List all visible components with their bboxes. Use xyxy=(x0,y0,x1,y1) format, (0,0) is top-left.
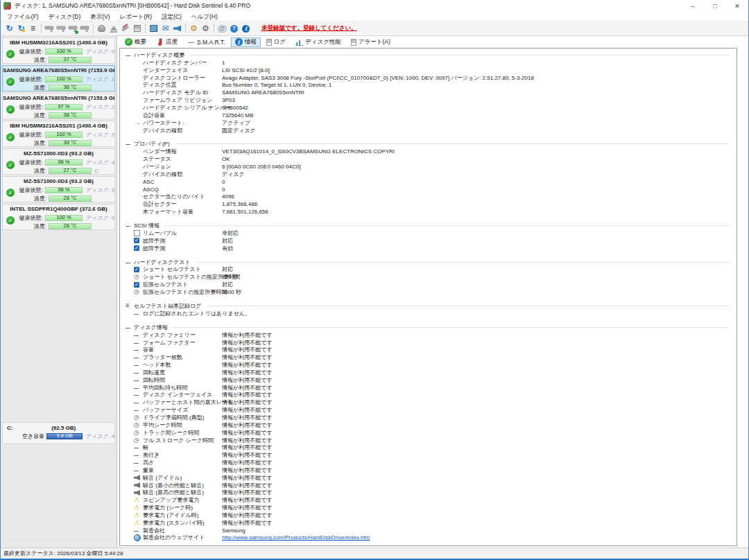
health-row: 健康状態:98 %ディスク: 5 xyxy=(3,186,114,194)
info-label: 製造会社 xyxy=(143,527,165,534)
info-row: バッファーサイズ情報が利用不能です xyxy=(126,406,732,414)
temperature-label: 温度: xyxy=(16,222,46,230)
health-row: 健康状態:98 %ディスク: 4 xyxy=(3,158,114,166)
info-row: 拡張セルフテストの推定所要時間3600 秒 xyxy=(126,288,732,296)
disk-title: MZ-5S71000-0D3 (93.2 GB) xyxy=(3,150,114,158)
info-value: 120 秒 xyxy=(222,273,239,281)
disk-model: MZ-5S71000-0D3 xyxy=(24,178,68,184)
announce-icon xyxy=(173,26,181,32)
disk-control-1-button[interactable] xyxy=(96,22,107,35)
tab-overview[interactable]: 概要 xyxy=(121,37,150,47)
detect-2-icon xyxy=(57,25,66,33)
help-button[interactable] xyxy=(228,22,240,35)
menu-item-report[interactable]: レポート(R) xyxy=(115,12,157,21)
info-label: バージョン xyxy=(143,163,171,170)
section-rule xyxy=(165,225,730,226)
register-button[interactable] xyxy=(216,22,228,35)
disk-control-3-button[interactable] xyxy=(119,22,131,35)
health-ok-icon xyxy=(6,50,15,58)
info-label: ハードディスク モデル ID xyxy=(143,89,208,96)
disk-control-1-icon xyxy=(98,25,105,32)
tab-performance[interactable]: ディスク性能 xyxy=(291,37,345,47)
checkbox-checked-icon xyxy=(134,282,143,288)
disk-title: SAMSUNG AREA7680S5xnNTRI (7153.9 GB) xyxy=(3,94,114,103)
maximize-button[interactable]: □ xyxy=(704,0,726,12)
info-row: 未フォーマット容量7,681,501,126,656 xyxy=(126,208,732,216)
disk-control-4-button[interactable] xyxy=(131,22,143,35)
info-row: 平均回転待ち時間情報が利用不能です xyxy=(126,384,732,392)
health-ok-icon xyxy=(6,133,15,141)
info-value: 情報が利用不能です xyxy=(222,331,273,339)
section-properties: プロパティ(P)ベンダー情報VET303AQ161014_0_SS0CV3BSA… xyxy=(126,140,732,216)
info-label: 製造会社のウェブサイト xyxy=(143,534,205,541)
disk-item-3[interactable]: IBM HUSMM3216ASS201 (1490.4 GB)健康状態:100 … xyxy=(2,121,115,147)
toolbar-separator xyxy=(93,24,94,33)
menu-item-config[interactable]: 設定(C) xyxy=(157,12,187,21)
tab-information[interactable]: 情報 xyxy=(231,37,261,47)
info-row: 幅情報が利用不能です xyxy=(126,444,732,451)
about-button[interactable] xyxy=(240,22,252,35)
info-value: 対応 xyxy=(222,265,233,273)
temperature-tab-icon xyxy=(156,38,164,46)
detect-4-icon xyxy=(80,25,89,33)
disk-model: MZ-5S71000-0D3 xyxy=(24,150,68,157)
free-space-label: 空き容量 xyxy=(16,432,44,440)
disk-capacity: (7153.9 GB) xyxy=(88,67,114,73)
tab-alerts[interactable]: アラート(A) xyxy=(347,37,395,47)
disk-control-2-button[interactable] xyxy=(107,22,119,35)
tab-log[interactable]: ログ xyxy=(262,37,290,47)
section-header: セルフテスト結果記録ログ xyxy=(126,302,732,310)
refresh-button[interactable] xyxy=(3,22,15,35)
overview-tab-icon xyxy=(125,38,132,46)
disk-number-label: ディスク: 5 xyxy=(85,186,114,194)
menu-bar: ファイル(F)ディスク(D)表示(V)レポート(R)設定(C)ヘルプ(H) xyxy=(1,12,748,21)
info-row: ログに記録されたエントリはありません。 xyxy=(126,310,732,317)
section-rule xyxy=(190,55,730,55)
disk-item-4[interactable]: MZ-5S71000-0D3 (93.2 GB)健康状態:98 %ディスク: 4… xyxy=(2,148,115,175)
disk-item-1[interactable]: SAMSUNG AREA7680S5xnNTRI (7153.9 GB)健康状態… xyxy=(2,65,115,91)
info-row: 奥行き情報が利用不能です xyxy=(126,451,732,459)
section-header: プロパティ(P) xyxy=(126,140,732,148)
settings-button[interactable] xyxy=(188,22,200,35)
disk-number-label: ディスク: 2 xyxy=(85,103,114,111)
health-row: 健康状態:100 %ディスク: 0 xyxy=(3,47,114,55)
info-label: セクター当たりのバイト xyxy=(143,193,205,200)
rescan-button[interactable] xyxy=(15,22,27,35)
website-link[interactable]: http://www.samsung.com/Products/HardDisk… xyxy=(222,534,370,541)
send-mail-button[interactable] xyxy=(160,22,171,35)
menu-item-view[interactable]: 表示(V) xyxy=(85,12,114,21)
menu-item-help[interactable]: ヘルプ(H) xyxy=(187,12,223,21)
detect-1-button[interactable] xyxy=(44,22,55,35)
info-value: 情報が利用不能です xyxy=(222,339,273,347)
view-details-button[interactable] xyxy=(27,22,39,35)
info-row: 重量情報が利用不能です xyxy=(126,466,732,474)
disk-control-2-icon xyxy=(110,26,117,30)
menu-item-disk[interactable]: ディスク(D) xyxy=(44,12,86,21)
info-value: 情報が利用不能です xyxy=(222,519,273,527)
disk-item-2[interactable]: SAMSUNG AREA7680S5xnNTRI (7153.9 GB)健康状態… xyxy=(2,93,115,119)
disk-item-5[interactable]: MZ-5S71000-0D3 (93.2 GB)健康状態:98 %ディスク: 5… xyxy=(2,176,115,202)
status-bar: 最終更新ステータス: 2026/03/13 金曜日 5:44:28 xyxy=(1,548,748,559)
minimize-button[interactable]: – xyxy=(682,0,704,12)
disk-item-0[interactable]: IBM HUSMM3216ASS201 (1490.4 GB)健康状態:100 … xyxy=(2,37,115,64)
detect-4-button[interactable] xyxy=(79,22,91,35)
disk-item-6[interactable]: INTEL SSDPFR1Q400GBF (372.6 GB)健康状態:100 … xyxy=(2,204,115,230)
menu-item-file[interactable]: ファイル(F) xyxy=(2,12,44,21)
tab-smart[interactable]: S.M.A.R.T. xyxy=(183,37,230,47)
tab-temperature[interactable]: 温度 xyxy=(152,37,182,47)
partition-item[interactable]: C: (92.5 GB) 空き容量 9.8 GB ディスク: 4 xyxy=(2,422,115,444)
surface-test-button[interactable] xyxy=(148,22,160,35)
info-value: 情報が利用不能です xyxy=(222,504,273,511)
disk-model: IBM HUSMM3216ASS201 xyxy=(10,123,76,129)
disk-number-label: ディスク: 4 xyxy=(85,159,114,166)
detect-2-button[interactable] xyxy=(55,22,67,35)
warning-icon xyxy=(134,520,143,526)
collapse-icon xyxy=(126,325,134,330)
detect-3-button[interactable] xyxy=(67,22,79,35)
info-value: 情報が利用不能です xyxy=(222,489,273,496)
health-label: 健康状態: xyxy=(16,76,43,83)
advanced-settings-button[interactable] xyxy=(200,22,212,35)
announce-button[interactable] xyxy=(171,22,183,35)
speaker-icon xyxy=(134,490,143,496)
close-button[interactable]: ✕ xyxy=(726,0,748,12)
